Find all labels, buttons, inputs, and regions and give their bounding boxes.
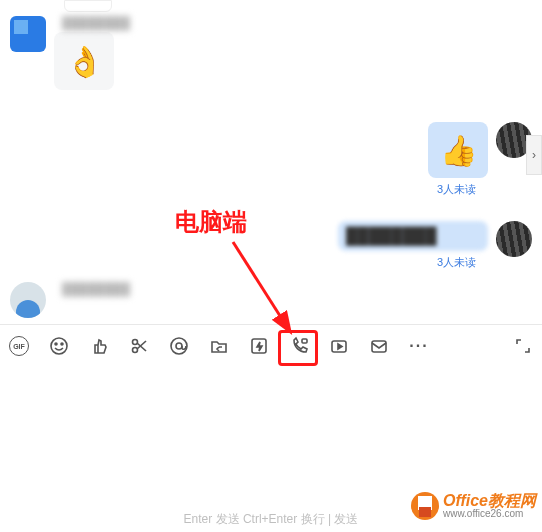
phone-video-icon xyxy=(289,336,309,356)
folder-icon xyxy=(209,336,229,356)
more-icon: ··· xyxy=(409,337,428,355)
expand-panel-button[interactable]: › xyxy=(526,135,542,175)
unread-status[interactable]: 3人未读 xyxy=(437,251,488,270)
expand-input-button[interactable] xyxy=(512,335,534,357)
thumbs-up-icon: 👍 xyxy=(440,133,477,168)
avatar[interactable] xyxy=(10,282,46,318)
thumbs-up-button[interactable] xyxy=(88,335,110,357)
gif-icon: GIF xyxy=(9,336,29,356)
screenshot-button[interactable] xyxy=(128,335,150,357)
emoji-button[interactable] xyxy=(48,335,70,357)
mention-button[interactable] xyxy=(168,335,190,357)
quick-action-button[interactable] xyxy=(248,335,270,357)
input-hint: Enter 发送 Ctrl+Enter 换行 | 发送 xyxy=(0,511,542,528)
message-row: ████████ xyxy=(0,278,542,322)
message-content: ████████ 👌 xyxy=(54,16,138,90)
message-content: 👍 3人未读 xyxy=(428,122,488,197)
chat-message-area: ████████ 👌 👍 3人未读 ████████ 3人未读 ███████ xyxy=(0,0,542,325)
svg-point-9 xyxy=(176,343,182,349)
svg-rect-11 xyxy=(302,339,307,343)
avatar[interactable] xyxy=(496,221,532,257)
svg-point-1 xyxy=(51,338,67,354)
gif-button[interactable]: GIF xyxy=(8,335,30,357)
message-row: ████████ 👌 xyxy=(0,12,542,94)
sticker-bubble[interactable]: 👌 xyxy=(54,32,114,90)
video-button[interactable] xyxy=(328,335,350,357)
svg-point-3 xyxy=(61,343,63,345)
lightning-icon xyxy=(249,336,269,356)
ok-hand-icon: 👌 xyxy=(66,44,103,79)
text-bubble[interactable]: ████████ xyxy=(338,221,488,251)
input-toolbar: GIF ··· xyxy=(0,325,542,367)
unread-status[interactable]: 3人未读 xyxy=(437,178,488,197)
annotation-label: 电脑端 xyxy=(175,206,247,238)
svg-rect-13 xyxy=(372,341,386,352)
thumbs-up-icon xyxy=(89,336,109,356)
file-button[interactable] xyxy=(208,335,230,357)
sticker-bubble[interactable]: 👍 xyxy=(428,122,488,178)
avatar[interactable] xyxy=(10,16,46,52)
expand-icon xyxy=(513,336,533,356)
message-row: 👍 3人未读 xyxy=(0,118,542,201)
blurred-text: ████████ xyxy=(346,227,437,245)
sender-name: ████████ xyxy=(54,16,138,32)
message-row: ████████ 3人未读 xyxy=(0,217,542,274)
more-button[interactable]: ··· xyxy=(408,335,430,357)
video-icon xyxy=(329,336,349,356)
call-button[interactable] xyxy=(288,335,310,357)
message-input[interactable] xyxy=(0,367,542,515)
sender-name: ████████ xyxy=(54,282,138,298)
previous-bubble-fragment xyxy=(64,0,112,12)
scissors-icon xyxy=(129,336,149,356)
svg-point-2 xyxy=(55,343,57,345)
svg-point-8 xyxy=(171,338,187,354)
envelope-icon xyxy=(369,336,389,356)
message-content: ████████ xyxy=(54,282,138,298)
message-content: ████████ 3人未读 xyxy=(338,221,488,270)
at-icon xyxy=(169,336,189,356)
mail-button[interactable] xyxy=(368,335,390,357)
chevron-right-icon: › xyxy=(532,148,536,162)
smiley-icon xyxy=(49,336,69,356)
